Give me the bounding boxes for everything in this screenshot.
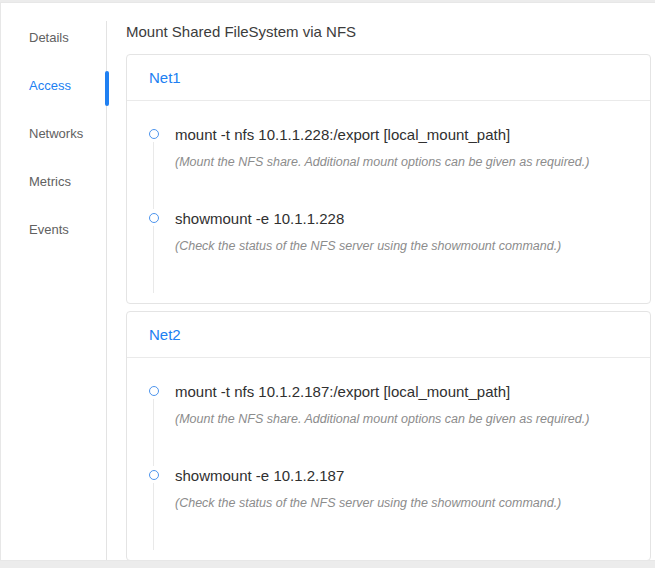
step-command: mount -t nfs 10.1.1.228:/export [local_m… bbox=[175, 125, 628, 145]
sidebar-item-label: Events bbox=[29, 222, 69, 237]
sidebar-item-events[interactable]: Events bbox=[1, 205, 107, 253]
timeline-line bbox=[153, 226, 154, 293]
timeline-line bbox=[153, 142, 154, 209]
card-body: mount -t nfs 10.1.1.228:/export [local_m… bbox=[127, 101, 650, 303]
card-title: Net1 bbox=[127, 55, 650, 101]
step-description: (Mount the NFS share. Additional mount o… bbox=[175, 411, 628, 428]
card-title: Net2 bbox=[127, 312, 650, 358]
card-body: mount -t nfs 10.1.2.187:/export [local_m… bbox=[127, 358, 650, 560]
step: showmount -e 10.1.1.228 (Check the statu… bbox=[149, 209, 628, 293]
step-description: (Check the status of the NFS server usin… bbox=[175, 238, 628, 255]
content-panel: Details Access Networks Metrics Events M… bbox=[0, 2, 655, 561]
main-content: Mount Shared FileSystem via NFS Net1 mou… bbox=[107, 3, 655, 560]
step-dot-icon bbox=[149, 470, 159, 480]
card-net1: Net1 mount -t nfs 10.1.1.228:/export [lo… bbox=[126, 54, 651, 304]
step-description: (Mount the NFS share. Additional mount o… bbox=[175, 154, 628, 171]
step-command: mount -t nfs 10.1.2.187:/export [local_m… bbox=[175, 382, 628, 402]
sidebar-item-access[interactable]: Access bbox=[1, 61, 107, 109]
sidebar-item-label: Metrics bbox=[29, 174, 71, 189]
step: mount -t nfs 10.1.1.228:/export [local_m… bbox=[149, 125, 628, 209]
step: mount -t nfs 10.1.2.187:/export [local_m… bbox=[149, 382, 628, 466]
step: showmount -e 10.1.2.187 (Check the statu… bbox=[149, 466, 628, 550]
sidebar: Details Access Networks Metrics Events bbox=[1, 3, 107, 560]
timeline-line bbox=[153, 399, 154, 466]
timeline-line bbox=[153, 483, 154, 550]
step-dot-icon bbox=[149, 213, 159, 223]
page-title: Mount Shared FileSystem via NFS bbox=[126, 23, 651, 41]
active-tab-indicator bbox=[105, 71, 109, 106]
step-description: (Check the status of the NFS server usin… bbox=[175, 495, 628, 512]
sidebar-item-label: Networks bbox=[29, 126, 83, 141]
step-dot-icon bbox=[149, 386, 159, 396]
step-command: showmount -e 10.1.2.187 bbox=[175, 466, 628, 486]
sidebar-item-networks[interactable]: Networks bbox=[1, 109, 107, 157]
sidebar-item-label: Details bbox=[29, 30, 69, 45]
step-dot-icon bbox=[149, 129, 159, 139]
sidebar-item-details[interactable]: Details bbox=[1, 13, 107, 61]
step-command: showmount -e 10.1.1.228 bbox=[175, 209, 628, 229]
card-net2: Net2 mount -t nfs 10.1.2.187:/export [lo… bbox=[126, 311, 651, 560]
sidebar-item-label: Access bbox=[29, 78, 71, 93]
sidebar-item-metrics[interactable]: Metrics bbox=[1, 157, 107, 205]
